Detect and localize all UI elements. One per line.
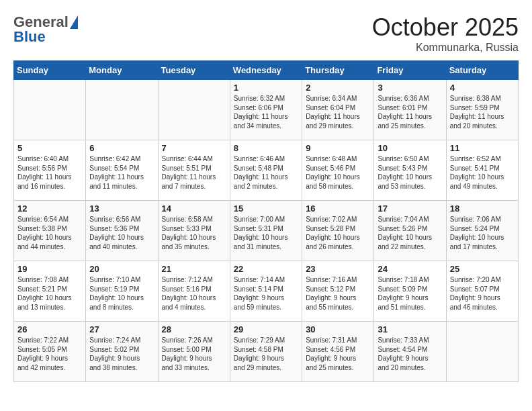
calendar-cell: 29Sunrise: 7:29 AM Sunset: 4:58 PM Dayli… [230,322,302,382]
day-content: Sunrise: 7:22 AM Sunset: 5:05 PM Dayligh… [17,336,82,372]
day-content: Sunrise: 7:14 AM Sunset: 5:14 PM Dayligh… [234,275,298,312]
day-number: 10 [378,143,442,153]
day-content: Sunrise: 7:29 AM Sunset: 4:58 PM Dayligh… [234,336,298,372]
month-title: October 2025 [372,13,519,42]
calendar-cell: 7Sunrise: 6:44 AM Sunset: 5:51 PM Daylig… [158,140,230,201]
calendar-cell: 24Sunrise: 7:18 AM Sunset: 5:09 PM Dayli… [374,261,446,322]
logo-blue: Blue [13,28,46,46]
day-number: 26 [17,324,82,334]
logo-triangle-icon [70,15,78,29]
title-block: October 2025 Kommunarka, Russia [372,13,519,54]
day-number: 8 [234,143,298,153]
day-number: 13 [89,203,154,214]
weekday-header-cell: Monday [86,61,158,80]
calendar-cell: 21Sunrise: 7:12 AM Sunset: 5:16 PM Dayli… [158,261,230,322]
calendar-cell: 11Sunrise: 6:52 AM Sunset: 5:41 PM Dayli… [446,140,518,201]
day-number: 17 [378,203,442,214]
calendar-cell: 15Sunrise: 7:00 AM Sunset: 5:31 PM Dayli… [230,201,302,261]
page-header: General Blue October 2025 Kommunarka, Ru… [13,13,519,54]
calendar-week-row: 12Sunrise: 6:54 AM Sunset: 5:38 PM Dayli… [14,201,519,261]
calendar-cell: 23Sunrise: 7:16 AM Sunset: 5:12 PM Dayli… [302,261,374,322]
calendar-week-row: 5Sunrise: 6:40 AM Sunset: 5:56 PM Daylig… [14,140,519,201]
calendar-cell: 20Sunrise: 7:10 AM Sunset: 5:19 PM Dayli… [86,261,158,322]
calendar-cell: 2Sunrise: 6:34 AM Sunset: 6:04 PM Daylig… [302,80,374,140]
day-number: 22 [234,264,298,274]
day-number: 20 [89,264,154,274]
calendar-cell: 14Sunrise: 6:58 AM Sunset: 5:33 PM Dayli… [158,201,230,261]
day-number: 30 [306,324,370,334]
day-content: Sunrise: 6:32 AM Sunset: 6:06 PM Dayligh… [234,94,298,130]
day-content: Sunrise: 7:18 AM Sunset: 5:09 PM Dayligh… [378,275,442,312]
day-number: 5 [17,143,82,153]
calendar-cell: 19Sunrise: 7:08 AM Sunset: 5:21 PM Dayli… [14,261,86,322]
day-content: Sunrise: 6:50 AM Sunset: 5:43 PM Dayligh… [378,154,442,191]
day-content: Sunrise: 6:54 AM Sunset: 5:38 PM Dayligh… [17,215,82,251]
day-content: Sunrise: 7:33 AM Sunset: 4:54 PM Dayligh… [378,336,442,372]
calendar-cell [158,80,230,140]
calendar-cell: 6Sunrise: 6:42 AM Sunset: 5:54 PM Daylig… [86,140,158,201]
calendar-cell: 17Sunrise: 7:04 AM Sunset: 5:26 PM Dayli… [374,201,446,261]
weekday-header-cell: Sunday [14,61,86,80]
day-number: 25 [450,264,515,274]
day-content: Sunrise: 7:06 AM Sunset: 5:24 PM Dayligh… [450,215,515,251]
calendar-cell: 12Sunrise: 6:54 AM Sunset: 5:38 PM Dayli… [14,201,86,261]
day-number: 27 [89,324,154,334]
day-number: 21 [162,264,226,274]
day-content: Sunrise: 7:02 AM Sunset: 5:28 PM Dayligh… [306,215,370,251]
day-content: Sunrise: 6:44 AM Sunset: 5:51 PM Dayligh… [162,154,226,191]
weekday-header-cell: Tuesday [158,61,230,80]
calendar-week-row: 1Sunrise: 6:32 AM Sunset: 6:06 PM Daylig… [14,80,519,140]
day-content: Sunrise: 7:26 AM Sunset: 5:00 PM Dayligh… [162,336,226,372]
calendar-cell [446,322,518,382]
day-number: 3 [378,83,442,93]
day-number: 11 [450,143,515,153]
location: Kommunarka, Russia [372,42,519,54]
calendar-cell: 27Sunrise: 7:24 AM Sunset: 5:02 PM Dayli… [86,322,158,382]
day-content: Sunrise: 7:20 AM Sunset: 5:07 PM Dayligh… [450,275,515,312]
day-number: 16 [306,203,370,214]
calendar-cell: 30Sunrise: 7:31 AM Sunset: 4:56 PM Dayli… [302,322,374,382]
calendar-cell: 28Sunrise: 7:26 AM Sunset: 5:00 PM Dayli… [158,322,230,382]
day-content: Sunrise: 6:34 AM Sunset: 6:04 PM Dayligh… [306,94,370,130]
day-content: Sunrise: 7:10 AM Sunset: 5:19 PM Dayligh… [89,275,154,312]
day-content: Sunrise: 7:24 AM Sunset: 5:02 PM Dayligh… [89,336,154,372]
day-content: Sunrise: 7:12 AM Sunset: 5:16 PM Dayligh… [162,275,226,312]
calendar-cell: 22Sunrise: 7:14 AM Sunset: 5:14 PM Dayli… [230,261,302,322]
calendar-cell: 25Sunrise: 7:20 AM Sunset: 5:07 PM Dayli… [446,261,518,322]
day-number: 7 [162,143,226,153]
day-number: 23 [306,264,370,274]
calendar-week-row: 26Sunrise: 7:22 AM Sunset: 5:05 PM Dayli… [14,322,519,382]
day-number: 12 [17,203,82,214]
day-number: 24 [378,264,442,274]
logo: General Blue [13,13,78,46]
day-number: 19 [17,264,82,274]
day-number: 15 [234,203,298,214]
day-number: 31 [378,324,442,334]
day-content: Sunrise: 6:52 AM Sunset: 5:41 PM Dayligh… [450,154,515,191]
day-content: Sunrise: 7:04 AM Sunset: 5:26 PM Dayligh… [378,215,442,251]
calendar-table: SundayMondayTuesdayWednesdayThursdayFrid… [13,60,519,382]
day-content: Sunrise: 6:48 AM Sunset: 5:46 PM Dayligh… [306,154,370,191]
day-number: 28 [162,324,226,334]
day-content: Sunrise: 6:36 AM Sunset: 6:01 PM Dayligh… [378,94,442,130]
day-number: 2 [306,83,370,93]
weekday-header-cell: Thursday [302,61,374,80]
calendar-body: 1Sunrise: 6:32 AM Sunset: 6:06 PM Daylig… [14,80,519,382]
day-content: Sunrise: 6:38 AM Sunset: 5:59 PM Dayligh… [450,94,515,130]
calendar-cell [86,80,158,140]
calendar-cell: 26Sunrise: 7:22 AM Sunset: 5:05 PM Dayli… [14,322,86,382]
day-number: 4 [450,83,515,93]
day-content: Sunrise: 7:08 AM Sunset: 5:21 PM Dayligh… [17,275,82,312]
day-content: Sunrise: 6:40 AM Sunset: 5:56 PM Dayligh… [17,154,82,191]
day-number: 6 [89,143,154,153]
calendar-cell: 8Sunrise: 6:46 AM Sunset: 5:48 PM Daylig… [230,140,302,201]
weekday-header-row: SundayMondayTuesdayWednesdayThursdayFrid… [14,61,519,80]
day-content: Sunrise: 7:00 AM Sunset: 5:31 PM Dayligh… [234,215,298,251]
calendar-week-row: 19Sunrise: 7:08 AM Sunset: 5:21 PM Dayli… [14,261,519,322]
calendar-cell: 18Sunrise: 7:06 AM Sunset: 5:24 PM Dayli… [446,201,518,261]
day-number: 9 [306,143,370,153]
calendar-cell: 9Sunrise: 6:48 AM Sunset: 5:46 PM Daylig… [302,140,374,201]
calendar-cell: 1Sunrise: 6:32 AM Sunset: 6:06 PM Daylig… [230,80,302,140]
calendar-cell: 13Sunrise: 6:56 AM Sunset: 5:36 PM Dayli… [86,201,158,261]
weekday-header-cell: Friday [374,61,446,80]
